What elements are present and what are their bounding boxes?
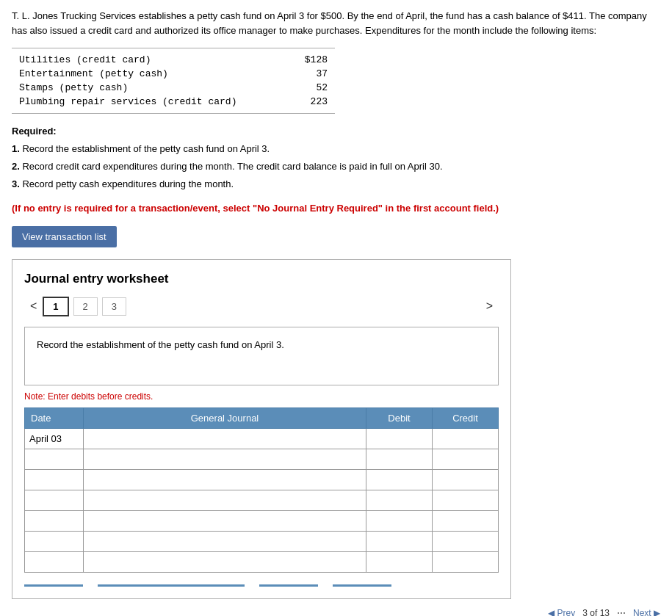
- credit-input-2[interactable]: [433, 449, 498, 469]
- required-title: Required:: [12, 126, 660, 137]
- credit-cell-2: [433, 449, 499, 469]
- journal-input-7[interactable]: [84, 552, 366, 572]
- no-entry-note: (If no entry is required for a transacti…: [12, 201, 660, 216]
- debit-cell-1: [366, 428, 433, 449]
- date-cell-2: [25, 449, 84, 469]
- instruction-box: Record the establishment of the petty ca…: [24, 327, 499, 385]
- expenditures-table: Utilities (credit card) $128 Entertainme…: [12, 48, 335, 114]
- table-row: [25, 531, 499, 551]
- debit-input-2[interactable]: [366, 449, 432, 469]
- journal-title: Journal entry worksheet: [24, 272, 499, 286]
- required-item-1: 1. Record the establishment of the petty…: [12, 141, 660, 157]
- next-arrow[interactable]: >: [480, 298, 499, 314]
- credit-cell-5: [433, 510, 499, 531]
- date-cell-6: [25, 531, 84, 551]
- exp-label-2: Entertainment (petty cash): [19, 68, 291, 79]
- col-header-debit: Debit: [366, 407, 433, 428]
- prev-button[interactable]: ◀ Prev: [548, 608, 575, 616]
- credit-cell-3: [433, 469, 499, 490]
- table-row: [25, 428, 499, 449]
- note-text: Note: Enter debits before credits.: [24, 391, 499, 402]
- date-cell-5: [25, 510, 84, 531]
- problem-text: T. L. Jones Trucking Services establishe…: [12, 9, 651, 37]
- page-footer: ◀ Prev 3 of 13 ⋯ Next ▶: [12, 608, 660, 616]
- required-item-3: 3. Record petty cash expenditures during…: [12, 176, 660, 192]
- exp-value-2: 37: [291, 68, 328, 79]
- journal-input-2[interactable]: [84, 449, 366, 469]
- date-input-2[interactable]: [25, 449, 83, 469]
- tab-2[interactable]: 2: [73, 297, 98, 316]
- exp-label-3: Stamps (petty cash): [19, 82, 291, 93]
- credit-cell-4: [433, 490, 499, 510]
- credit-input-7[interactable]: [433, 552, 498, 572]
- next-button[interactable]: Next ▶: [633, 608, 660, 616]
- page-info: 3 of 13: [582, 608, 610, 616]
- debit-cell-4: [366, 490, 433, 510]
- journal-input-1[interactable]: [84, 429, 366, 449]
- date-cell-3: [25, 469, 84, 490]
- journal-cell-7: [84, 551, 366, 572]
- tab-1[interactable]: 1: [43, 297, 68, 316]
- journal-input-5[interactable]: [84, 511, 366, 531]
- credit-cell-6: [433, 531, 499, 551]
- credit-cell-7: [433, 551, 499, 572]
- view-transaction-button[interactable]: View transaction list: [12, 226, 117, 247]
- exp-row-1: Utilities (credit card) $128: [12, 53, 335, 67]
- col-header-date: Date: [25, 407, 84, 428]
- debit-cell-6: [366, 531, 433, 551]
- journal-cell-4: [84, 490, 366, 510]
- journal-table: Date General Journal Debit Credit: [24, 407, 499, 573]
- debit-cell-3: [366, 469, 433, 490]
- exp-value-3: 52: [291, 82, 328, 93]
- journal-input-4[interactable]: [84, 490, 366, 510]
- credit-input-4[interactable]: [433, 490, 498, 510]
- exp-row-4: Plumbing repair services (credit card) 2…: [12, 95, 335, 109]
- credit-input-1[interactable]: [433, 429, 498, 449]
- journal-input-6[interactable]: [84, 532, 366, 551]
- exp-row-2: Entertainment (petty cash) 37: [12, 67, 335, 81]
- date-input-1[interactable]: [25, 429, 83, 449]
- prev-arrow[interactable]: <: [24, 298, 43, 314]
- table-row: [25, 449, 499, 469]
- exp-label-4: Plumbing repair services (credit card): [19, 96, 291, 107]
- credit-input-5[interactable]: [433, 511, 498, 531]
- debit-input-4[interactable]: [366, 490, 432, 510]
- journal-cell-6: [84, 531, 366, 551]
- date-input-5[interactable]: [25, 511, 83, 531]
- debit-cell-2: [366, 449, 433, 469]
- date-input-6[interactable]: [25, 532, 83, 551]
- journal-cell-1: [84, 428, 366, 449]
- bottom-line-3: [259, 584, 318, 587]
- date-input-7[interactable]: [25, 552, 83, 572]
- required-section: Required: 1. Record the establishment of…: [12, 126, 660, 192]
- exp-row-3: Stamps (petty cash) 52: [12, 81, 335, 95]
- bottom-line-2: [98, 584, 245, 587]
- date-cell-7: [25, 551, 84, 572]
- table-row: [25, 469, 499, 490]
- debit-cell-7: [366, 551, 433, 572]
- debit-input-5[interactable]: [366, 511, 432, 531]
- journal-input-3[interactable]: [84, 470, 366, 490]
- req-num-1: 1.: [12, 143, 20, 154]
- date-cell-4: [25, 490, 84, 510]
- bottom-bar: [24, 584, 499, 587]
- journal-cell-5: [84, 510, 366, 531]
- date-input-3[interactable]: [25, 470, 83, 490]
- debit-cell-5: [366, 510, 433, 531]
- credit-input-3[interactable]: [433, 470, 498, 490]
- tab-3[interactable]: 3: [102, 297, 126, 316]
- journal-worksheet: Journal entry worksheet < 1 2 3 > Record…: [12, 259, 511, 599]
- required-item-2: 2. Record credit card expenditures durin…: [12, 159, 660, 175]
- credit-cell-1: [433, 428, 499, 449]
- tab-navigation: < 1 2 3 >: [24, 297, 499, 316]
- date-cell-1: [25, 428, 84, 449]
- debit-input-1[interactable]: [366, 429, 432, 449]
- date-input-4[interactable]: [25, 490, 83, 510]
- debit-input-7[interactable]: [366, 552, 432, 572]
- debit-input-6[interactable]: [366, 532, 432, 551]
- col-header-credit: Credit: [433, 407, 499, 428]
- credit-input-6[interactable]: [433, 532, 498, 551]
- table-row: [25, 490, 499, 510]
- debit-input-3[interactable]: [366, 470, 432, 490]
- bottom-line-4: [333, 584, 391, 587]
